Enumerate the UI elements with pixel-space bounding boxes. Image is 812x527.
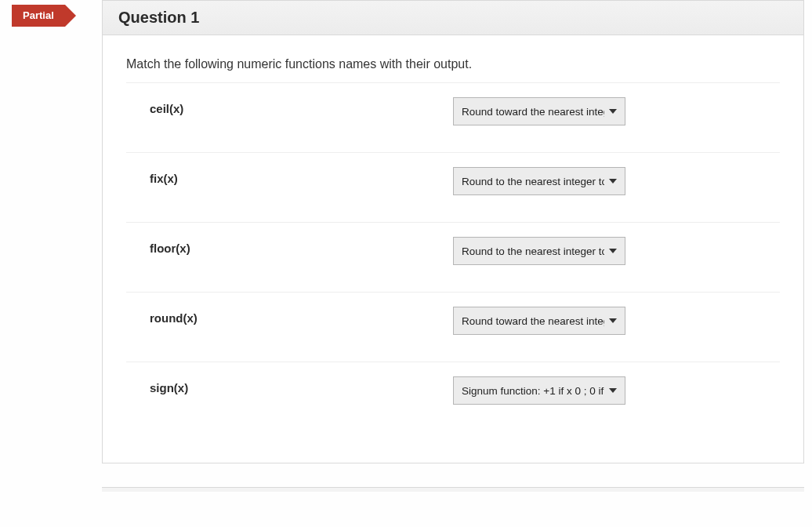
match-answer-cell: Round to the nearest integer toward	[453, 237, 780, 265]
match-row: fix(x) Round to the nearest integer towa…	[126, 152, 780, 222]
match-answer-cell: Signum function: +1 if x 0 ; 0 if x	[453, 376, 780, 405]
chevron-down-icon	[609, 318, 617, 323]
dropdown-selected-text: Round toward the nearest integer	[462, 315, 604, 327]
question-header: Question 1	[103, 1, 803, 35]
answer-dropdown[interactable]: Round toward the nearest integer	[453, 307, 625, 335]
match-answer-cell: Round toward the nearest integer	[453, 97, 780, 125]
match-row: round(x) Round toward the nearest intege…	[126, 292, 780, 362]
dropdown-selected-text: Signum function: +1 if x 0 ; 0 if x	[462, 385, 604, 397]
dropdown-selected-text: Round toward the nearest integer	[462, 106, 604, 118]
match-term: fix(x)	[126, 167, 453, 185]
question-title: Question 1	[118, 9, 788, 27]
next-panel-top-edge	[102, 487, 804, 492]
status-ribbon: Partial	[12, 5, 76, 27]
status-ribbon-label: Partial	[12, 5, 65, 27]
ribbon-arrow-icon	[65, 5, 76, 27]
question-wrapper: Partial Question 1 Match the following n…	[0, 0, 804, 492]
match-answer-cell: Round toward the nearest integer	[453, 307, 780, 335]
match-row: floor(x) Round to the nearest integer to…	[126, 222, 780, 292]
answer-dropdown[interactable]: Round to the nearest integer toward	[453, 167, 625, 195]
answer-dropdown[interactable]: Signum function: +1 if x 0 ; 0 if x	[453, 376, 625, 405]
answer-dropdown[interactable]: Round to the nearest integer toward	[453, 237, 625, 265]
chevron-down-icon	[609, 249, 617, 253]
match-term: round(x)	[126, 307, 453, 325]
question-container: Question 1 Match the following numeric f…	[102, 0, 804, 463]
match-row: ceil(x) Round toward the nearest integer	[126, 82, 780, 152]
chevron-down-icon	[609, 179, 617, 184]
match-term: sign(x)	[126, 376, 453, 394]
answer-dropdown[interactable]: Round toward the nearest integer	[453, 97, 625, 125]
match-term: ceil(x)	[126, 97, 453, 115]
chevron-down-icon	[609, 109, 617, 114]
chevron-down-icon	[609, 388, 617, 393]
match-row: sign(x) Signum function: +1 if x 0 ; 0 i…	[126, 362, 780, 431]
question-body: Match the following numeric functions na…	[103, 35, 803, 463]
dropdown-selected-text: Round to the nearest integer toward	[462, 176, 604, 187]
question-prompt: Match the following numeric functions na…	[126, 57, 780, 71]
match-term: floor(x)	[126, 237, 453, 255]
match-answer-cell: Round to the nearest integer toward	[453, 167, 780, 195]
dropdown-selected-text: Round to the nearest integer toward	[462, 245, 604, 257]
